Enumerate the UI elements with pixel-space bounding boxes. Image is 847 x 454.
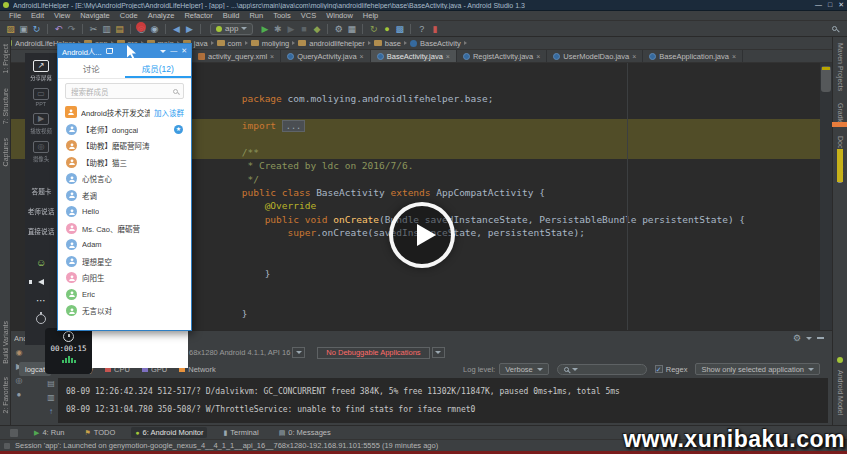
run-config-select[interactable]: app [210,23,253,35]
breadcrumb-item[interactable]: androidlifehelper [298,39,370,48]
sidebar-action-button[interactable]: 直接说话 [28,226,55,236]
process-select-arrow[interactable] [432,347,445,358]
help-icon[interactable]: ? [415,22,428,36]
maximize-button[interactable]: □ [828,0,832,10]
replace-icon[interactable]: ◉ [148,22,161,36]
stopwatch-icon[interactable] [36,314,46,326]
undo-icon[interactable]: ↶ [52,22,65,36]
gear-icon[interactable]: ⚙ [793,331,801,345]
menu-item[interactable]: Refactor [179,11,217,20]
coverage-icon[interactable]: ▶ [284,22,297,36]
toolbar-separator[interactable] [82,24,83,34]
menu-item[interactable]: File [4,11,26,20]
member-row[interactable]: 无言以对 ★ [58,303,191,320]
close-tab-icon[interactable]: × [632,53,636,60]
toolwindow-button[interactable]: ⚑ TODO [81,427,120,438]
log-level-select[interactable]: Verbose [499,363,549,375]
member-row[interactable]: 老调 ★ [58,187,191,204]
toolwindow-button[interactable]: ● 6: Android Monitor [131,427,207,438]
device-select[interactable]: 68x1280 Android 4.1.1, API 16 [189,348,290,357]
android-monitor-icon[interactable]: ▮ [428,22,441,36]
device-select-arrow[interactable] [292,347,305,358]
attach-debugger-icon[interactable]: ◆ [310,22,323,36]
camera-icon[interactable]: ◎ 摄像头 [32,141,50,163]
toolbar-separator[interactable] [130,24,131,34]
menu-item[interactable]: Code [115,11,143,20]
hide-panel-icon[interactable] [817,337,824,339]
regex-checkbox[interactable]: ✓ Regex [655,365,688,374]
tool-window-button[interactable]: Captures [2,138,9,166]
member-row[interactable]: Adam ★ [58,237,191,254]
open-icon[interactable]: ▨ [4,22,17,36]
speaker-icon[interactable] [38,276,44,287]
editor-tab[interactable]: RegistActivity.java × [457,50,547,62]
scroll-up-icon[interactable]: ↑ [49,407,53,416]
menu-item[interactable]: VCS [296,11,321,20]
menu-item[interactable]: Run [244,11,268,20]
chevron-down-icon[interactable] [160,50,166,53]
more-icon[interactable]: ⋯ [36,295,46,306]
member-row[interactable]: Hello ★ [58,204,191,221]
breadcrumb-item[interactable]: com [217,39,248,48]
toolbar-separator[interactable] [200,24,201,34]
back-icon[interactable]: ◀ [170,22,183,36]
toolwindow-switcher-icon[interactable] [10,429,18,437]
emoji-icon[interactable]: ☺ [36,257,46,268]
menu-item[interactable]: Edit [26,11,49,20]
options-icon[interactable]: ● [17,390,22,399]
member-row[interactable]: 心悦言心 ★ [58,171,191,188]
member-row[interactable]: Eric ★ [58,286,191,303]
toolbar-separator[interactable] [362,24,363,34]
toolbar-separator[interactable] [327,24,328,34]
member-row[interactable]: 理想星空 ★ [58,253,191,270]
menu-item[interactable]: Tools [268,11,296,20]
close-button[interactable]: ✕ [838,0,844,10]
chat-tab[interactable]: 讨论 [58,58,125,78]
play-button[interactable] [389,202,455,268]
group-row[interactable]: Android技术开发交流群 加入该群 [58,103,191,121]
cut-icon[interactable]: ✂ [87,22,100,36]
share-screen-icon[interactable]: ↗ 分享屏幕 [29,60,53,82]
editor-tab[interactable]: QueryActivity.java × [281,50,371,62]
settings-icon[interactable]: ⚙ [332,22,345,36]
avd-manager-icon[interactable]: ▩ [393,22,406,36]
gradle-sync-icon[interactable]: ↻ [367,22,380,36]
project-structure-icon[interactable]: ▦ [345,22,358,36]
zoom-icon[interactable]: ◎ [16,376,23,385]
toolwindow-button[interactable]: ▶ 4: Run [30,427,69,438]
toolbar-separator[interactable] [165,24,166,34]
minimize-button[interactable]: — [815,0,822,10]
filter-select[interactable]: Show only selected application [695,363,820,375]
member-row[interactable]: 【助教】磨砺营阿涛 ★ [58,138,191,155]
close-tab-icon[interactable]: × [732,53,736,60]
menu-item[interactable]: View [49,11,75,20]
breadcrumb-item[interactable]: base [374,39,407,48]
menu-item[interactable]: Window [321,11,358,20]
process-select[interactable]: No Debuggable Applications [317,347,429,359]
export-icon[interactable]: ▥ [47,393,55,402]
breadcrumb-item[interactable]: BaseActivity [410,39,467,48]
play-video-icon[interactable]: ▶ 播放视频 [29,113,53,135]
paste-icon[interactable]: ▤ [113,22,126,36]
forward-icon[interactable]: ▶ [183,22,196,36]
member-row[interactable]: 向阳生 ★ [58,270,191,287]
tool-window-button[interactable]: Maven Projects [837,43,844,91]
menu-item[interactable]: Navigate [75,11,115,20]
pop-out-icon[interactable] [106,48,113,54]
sdk-manager-icon[interactable]: ● [380,22,393,36]
editor-scrollbar[interactable] [820,63,832,330]
member-row[interactable]: 【助教】猫三 ★ [58,154,191,171]
close-tab-icon[interactable]: × [446,53,450,60]
breadcrumb-item[interactable]: moliying [251,39,296,48]
screenshot-icon[interactable]: ◉ [16,348,23,357]
menu-item[interactable]: Analyze [143,11,180,20]
tool-window-button[interactable]: 7: Structure [2,88,9,124]
debug-icon[interactable]: ✱ [271,22,284,36]
editor-tab[interactable]: BaseApplication.java × [643,50,743,62]
stop-icon[interactable]: ■ [297,22,310,36]
search-input[interactable]: 搜索群成员 [65,83,184,99]
editor-tab[interactable]: UserModelDao.java × [547,50,643,62]
tool-window-button[interactable]: 2: Favorites [2,377,9,414]
search-everywhere-icon[interactable] [832,26,837,31]
run-icon[interactable]: ▶ [258,22,271,36]
